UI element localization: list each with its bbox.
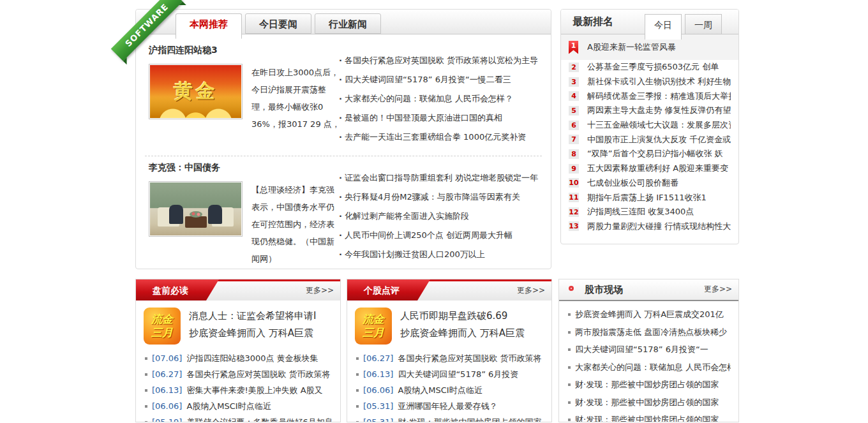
ranking-item[interactable]: 11 期指午后震荡上扬 IF1511收张1 (561, 190, 738, 205)
ranking-item-text: 七成创业板公司股价翻番 (587, 177, 678, 189)
panel-pre-market: 盘前必读 更多>> 流金 三月 消息人士：证监会希望将申请I 抄底资金蜂拥而入 … (135, 279, 341, 422)
ranking-item-text: 期指午后震荡上扬 IF1511收张1 (587, 192, 707, 204)
main-content: 沪指四连阳站稳3 黄金 在昨日攻上3000点后，今日沪指展开震荡整理，最终小幅收… (136, 34, 551, 268)
ranking-item[interactable]: 7 中国股市正上演复仇大反攻 千亿资金或 (561, 132, 738, 147)
main-tabbar: 本网推荐 今日要闻 行业新闻 (136, 10, 551, 34)
tab-industry-news[interactable]: 行业新闻 (315, 13, 381, 34)
ranking-item[interactable]: 13 两股力量剧烈大碰撞 行情或现结构性大 (561, 219, 738, 234)
ranking-item-text: 十三五金融领域七大议题：发展多层次资 (587, 119, 731, 131)
panel-title: 盘前必读 (153, 281, 188, 300)
news-item[interactable]: 四大关键词回望“5178” 6月投资“一 (567, 341, 731, 359)
article-image-gold[interactable]: 黄金 (149, 64, 243, 119)
rank-number: 8 (569, 149, 579, 159)
headline-list-1: 各国央行紧急应对英国脱欧 货币政策将以宽松为主导 四大关键词回望“5178” 6… (339, 51, 547, 147)
news-item[interactable]: 两市股指震荡走低 盘面冷清热点板块稀少 (567, 323, 731, 341)
tab-today-news[interactable]: 今日要闻 (245, 13, 311, 34)
featured-title-line[interactable]: 人民币即期早盘跌破6.69 (400, 308, 525, 325)
ranking-item-text: A股迎来新一轮监管风暴 (587, 41, 676, 53)
ranking-item[interactable]: 3 新社保卡或引入生物识别技术 利好生物 (561, 75, 738, 89)
headline-link[interactable]: 人民币中间价上调250个点 创近两周最大升幅 (339, 226, 547, 245)
news-date: [05.31] (363, 398, 393, 414)
headline-link[interactable]: 证监会出窗口指导防重组套利 劝说定增老股锁定一年 (339, 168, 547, 188)
article-summary: 【总理谈经济】李克强表示，中国债务水平仍在可控范围内，经济表现仍然稳健。（中国新… (251, 181, 342, 267)
headline-link[interactable]: 今年我国计划搬迁贫困人口200万以上 (339, 245, 547, 264)
news-text: A股纳入MSCI时点临近 (398, 382, 482, 398)
ranking-item[interactable]: 2 公募基金三季度亏损6503亿元 创单 (561, 60, 738, 75)
thumb-text-line: 三月 (363, 326, 384, 339)
news-date: [05.31] (363, 414, 393, 422)
article-title[interactable]: 沪指四连阳站稳3 (149, 45, 345, 56)
panel-title: 股市现场 (585, 279, 623, 300)
news-item[interactable]: [05.31]财·发现：那些被中国炒房团占领的国家 (355, 414, 544, 422)
ranking-item[interactable]: 8 “双降”后首个交易日沪指小幅收张 妖 (561, 147, 738, 161)
ranking-item[interactable]: 4 解码绩优基金三季报：精准逃顶后大举抄 (561, 89, 738, 103)
headline-link[interactable]: 四大关键词回望“5178” 6月投资“一慢二看三 (339, 70, 547, 89)
news-item[interactable]: [07.06]沪指四连阳站稳3000点 黄金板块集 (144, 350, 333, 366)
news-item[interactable]: [06.13]密集大事件来袭!美股上冲失败 A股又 (144, 382, 333, 398)
news-date: [05.19] (152, 414, 182, 422)
ranking-tab-week[interactable]: 一周 (685, 14, 722, 34)
article-likeqiang-debt: 李克强：中国债务 【总理谈经济】李克强表示，中国债务水平仍在可控范围内，经济表现… (149, 162, 345, 267)
news-item[interactable]: 大家都关心的问题：联储加息 人民币会怎样 (567, 359, 731, 376)
rank-number: 3 (569, 77, 579, 87)
ranking-item-text: 五大因素释放重磅利好 A股迎来重要变 (587, 163, 728, 174)
headline-link[interactable]: 去产能一天连出三套重磅组合拳 1000亿元奖补资 (339, 128, 547, 147)
more-link[interactable]: 更多>> (517, 281, 545, 300)
news-date: [06.06] (363, 382, 393, 398)
tab-site-recommend[interactable]: 本网推荐 (176, 13, 242, 39)
article-image-meeting[interactable] (149, 181, 243, 237)
headline-link[interactable]: 是被逼的！中国登顶最大原油进口国的真相 (339, 108, 547, 128)
featured-item[interactable]: 流金 三月 人民币即期早盘跌破6.69 抄底资金蜂拥而入 万科A巨震 (347, 301, 551, 348)
news-item[interactable]: [06.27]各国央行紧急应对英国脱欧 货币政策将 (144, 366, 333, 382)
featured-item[interactable]: 流金 三月 消息人士：证监会希望将申请I 抄底资金蜂拥而入 万科A巨震 (136, 301, 340, 348)
news-item[interactable]: 财·发现：那些被中国炒房团占领的国家 (567, 376, 731, 394)
ranking-item-text: 两因素主导大盘走势 修复性反弹仍有望 (587, 105, 731, 116)
featured-title-line[interactable]: 消息人士：证监会希望将申请I (189, 308, 316, 325)
ranking-item[interactable]: 5 两因素主导大盘走势 修复性反弹仍有望 (561, 103, 738, 118)
news-item[interactable]: 财·发现：那些被中国炒房团占领的国家 (567, 411, 731, 422)
news-item[interactable]: [06.06]A股纳入MSCI时点临近 (355, 382, 544, 398)
rank-number: 5 (569, 106, 579, 115)
rank-number: 6 (569, 121, 579, 130)
featured-titles: 人民币即期早盘跌破6.69 抄底资金蜂拥而入 万科A巨震 (400, 308, 525, 345)
news-item[interactable]: [05.19]美联储会议纪要：多数委员做好6月加息 (144, 414, 333, 422)
more-link[interactable]: 更多>> (704, 280, 732, 299)
featured-title-line[interactable]: 抄底资金蜂拥而入 万科A巨震 (400, 325, 525, 342)
thumb-text-line: 三月 (151, 326, 173, 339)
headline-link[interactable]: 各国央行紧急应对英国脱欧 货币政策将以宽松为主导 (339, 51, 547, 70)
news-item[interactable]: 抄底资金蜂拥而入 万科A巨震成交201亿 (567, 306, 731, 323)
ranking-item-text: 解码绩优基金三季报：精准逃顶后大举抄 (587, 91, 731, 102)
news-item[interactable]: [06.27]各国央行紧急应对英国脱欧 货币政策将 (355, 350, 544, 366)
news-date: [06.27] (152, 366, 182, 382)
headline-link[interactable]: 化解过剩产能将全面进入实施阶段 (339, 207, 547, 226)
ranking-tab-today[interactable]: 今日 (645, 14, 682, 40)
dated-news-list: [06.27]各国央行紧急应对英国脱欧 货币政策将 [06.13]四大关键词回望… (347, 348, 551, 422)
thumb-text-line: 流金 (363, 313, 384, 326)
more-link[interactable]: 更多>> (306, 281, 334, 300)
news-text: A股纳入MSCI时点临近 (186, 398, 271, 414)
ranking-item[interactable]: 9 五大因素释放重磅利好 A股迎来重要变 (561, 161, 738, 176)
featured-title-line[interactable]: 抄底资金蜂拥而入 万科A巨震 (189, 325, 316, 342)
headline-link[interactable]: 大家都关心的问题：联储加息 人民币会怎样？ (339, 89, 547, 108)
gold-image-label: 黄金 (174, 78, 218, 105)
panel-header: 盘前必读 更多>> (136, 279, 340, 301)
panel-market-live: 股市现场 更多>> 抄底资金蜂拥而入 万科A巨震成交201亿 两市股指震荡走低 … (558, 279, 739, 422)
ranking-item[interactable]: 12 沪指周线三连阳 收复3400点 (561, 205, 738, 219)
dashed-divider (145, 156, 542, 156)
ranking-item-text: 新社保卡或引入生物识别技术 利好生物 (587, 76, 731, 87)
headline-link[interactable]: 央行释疑4月份M2骤减：与股市降温等因素有关 (339, 188, 547, 207)
news-item[interactable]: [06.06]A股纳入MSCI时点临近 (144, 398, 333, 414)
ranking-item[interactable]: 10 七成创业板公司股价翻番 (561, 176, 738, 191)
news-item[interactable]: 财·发现：那些被中国炒房团占领的国家 (567, 394, 731, 412)
ranking-item[interactable]: 6 十三五金融领域七大议题：发展多层次资 (561, 118, 738, 133)
ranking-tabs: 今日 一周 (645, 14, 722, 40)
news-item[interactable]: [06.13]四大关键词回望“5178” 6月投资 (355, 366, 544, 382)
news-date: [06.13] (152, 382, 182, 398)
panel-stock-comments: 个股点评 更多>> 流金 三月 人民币即期早盘跌破6.69 抄底资金蜂拥而入 万… (347, 279, 552, 422)
rank-number: 13 (569, 221, 579, 231)
news-date: [06.13] (363, 366, 393, 382)
news-item[interactable]: [05.31]亚洲哪国年轻人最爱存钱？ (355, 398, 544, 414)
news-text: 各国央行紧急应对英国脱欧 货币政策将 (398, 350, 541, 366)
featured-thumbnail: 流金 三月 (144, 308, 181, 345)
article-title[interactable]: 李克强：中国债务 (149, 162, 345, 174)
